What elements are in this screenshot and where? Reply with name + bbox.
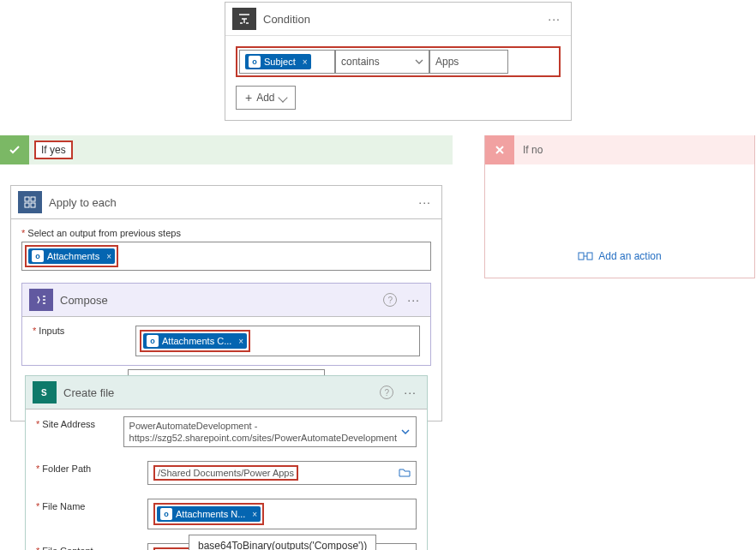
help-icon[interactable]: ? xyxy=(383,293,397,307)
compose-title: Compose xyxy=(60,294,383,307)
svg-rect-2 xyxy=(25,203,29,207)
more-icon[interactable]: ··· xyxy=(404,293,423,307)
condition-title: Condition xyxy=(263,13,544,26)
check-icon xyxy=(0,135,29,164)
site-url: https://szg52.sharepoint.com/sites/Power… xyxy=(129,433,397,443)
condition-operator[interactable]: contains xyxy=(335,50,429,74)
condition-card: Condition ··· o Subject × contains Apps … xyxy=(225,2,572,121)
outlook-icon: o xyxy=(249,56,261,68)
add-action-link[interactable]: Add an action xyxy=(578,250,661,262)
file-name-chip-label: Attachments N... xyxy=(176,509,245,519)
select-output-label: Select an output from previous steps xyxy=(21,228,431,238)
create-file-header: S Create file ? ··· xyxy=(26,376,427,410)
file-name-chip-wrap: o Attachments N... × xyxy=(153,503,264,525)
operand2-value: Apps xyxy=(435,56,459,68)
chevron-down-icon xyxy=(415,57,423,66)
subject-chip-label: Subject xyxy=(264,57,296,67)
chip-remove-icon[interactable]: × xyxy=(252,510,257,519)
condition-header: Condition ··· xyxy=(225,3,571,36)
condition-body: o Subject × contains Apps + Add xyxy=(225,36,571,120)
if-yes-header: If yes xyxy=(0,135,453,164)
loop-icon xyxy=(18,191,42,213)
compose-inputs-label: Inputs xyxy=(33,326,135,356)
outlook-icon: o xyxy=(160,508,172,520)
outlook-icon: o xyxy=(147,335,159,347)
file-name-row: File Name o Attachments N... × xyxy=(26,492,427,536)
svg-rect-5 xyxy=(587,253,592,260)
compose-header: Compose ? ··· xyxy=(22,284,430,317)
compose-inputs-field[interactable]: o Attachments C... × xyxy=(135,326,420,356)
outlook-icon: o xyxy=(32,250,44,262)
svg-rect-0 xyxy=(25,197,29,201)
attachments-chip-wrap: o Attachments × xyxy=(25,245,118,267)
condition-operand1[interactable]: o Subject × xyxy=(239,50,335,74)
file-name-label: File Name xyxy=(36,499,147,511)
branch-if-no: If no Add an action xyxy=(484,135,755,278)
add-action-icon xyxy=(578,250,593,262)
svg-text:S: S xyxy=(41,388,47,398)
apply-to-each-header: Apply to each ··· xyxy=(11,186,441,219)
attachments-chip-label: Attachments xyxy=(47,251,99,261)
svg-rect-4 xyxy=(579,253,584,260)
help-icon[interactable]: ? xyxy=(380,386,393,399)
folder-path-row: Folder Path /Shared Documents/Power Apps xyxy=(26,454,427,492)
add-condition-button[interactable]: + Add xyxy=(236,86,296,110)
condition-icon xyxy=(232,8,256,30)
select-output-field[interactable]: o Attachments × xyxy=(21,242,431,271)
attachments-chip[interactable]: o Attachments × xyxy=(28,248,115,264)
compose-chip-wrap: o Attachments C... × xyxy=(140,330,250,352)
more-icon[interactable]: ··· xyxy=(415,195,435,209)
if-no-label: If no xyxy=(523,144,543,156)
chip-remove-icon[interactable]: × xyxy=(106,252,111,261)
create-file-title: Create file xyxy=(63,386,380,399)
chevron-down-icon xyxy=(400,427,411,437)
add-label: Add xyxy=(256,92,274,104)
file-content-label: File Content xyxy=(36,543,147,550)
compose-icon xyxy=(29,289,53,311)
compose-inputs-chip[interactable]: o Attachments C... × xyxy=(143,333,247,349)
folder-picker-icon[interactable] xyxy=(399,467,411,479)
file-name-field[interactable]: o Attachments N... × xyxy=(147,499,417,529)
if-no-body: Add an action xyxy=(485,164,754,278)
subject-chip[interactable]: o Subject × xyxy=(245,54,311,69)
if-yes-label: If yes xyxy=(34,140,73,159)
folder-path-field[interactable]: /Shared Documents/Power Apps xyxy=(147,461,417,485)
condition-operand2[interactable]: Apps xyxy=(429,50,508,74)
more-icon[interactable]: ··· xyxy=(544,12,564,26)
chip-remove-icon[interactable]: × xyxy=(238,337,243,346)
site-address-row: Site Address PowerAutomateDevelopment - … xyxy=(26,410,427,454)
sharepoint-icon: S xyxy=(33,381,57,404)
compose-chip-label: Attachments C... xyxy=(162,336,231,346)
compose-inputs-row: Inputs o Attachments C... × xyxy=(22,317,430,365)
apply-to-each-title: Apply to each xyxy=(49,196,415,209)
site-address-field[interactable]: PowerAutomateDevelopment - https://szg52… xyxy=(123,416,417,447)
site-address-label: Site Address xyxy=(36,416,123,429)
add-action-label: Add an action xyxy=(598,250,661,262)
folder-path-value: /Shared Documents/Power Apps xyxy=(153,465,298,481)
compose-card: Compose ? ··· Inputs o Attachments C... … xyxy=(21,283,431,366)
more-icon[interactable]: ··· xyxy=(400,386,420,399)
chevron-down-icon xyxy=(278,93,287,102)
svg-rect-3 xyxy=(31,203,35,207)
operator-label: contains xyxy=(341,56,380,68)
chip-remove-icon[interactable]: × xyxy=(303,57,308,67)
condition-expression-row: o Subject × contains Apps xyxy=(236,46,561,77)
site-name: PowerAutomateDevelopment - xyxy=(129,421,397,431)
create-file-card: S Create file ? ··· Site Address PowerAu… xyxy=(25,375,428,550)
create-file-expression: base64ToBinary(outputs('Compose')) xyxy=(189,535,376,550)
svg-rect-1 xyxy=(31,197,35,201)
close-icon xyxy=(485,135,514,164)
if-no-header: If no xyxy=(485,135,754,164)
file-name-chip[interactable]: o Attachments N... × xyxy=(157,506,261,522)
folder-path-label: Folder Path xyxy=(36,461,147,474)
